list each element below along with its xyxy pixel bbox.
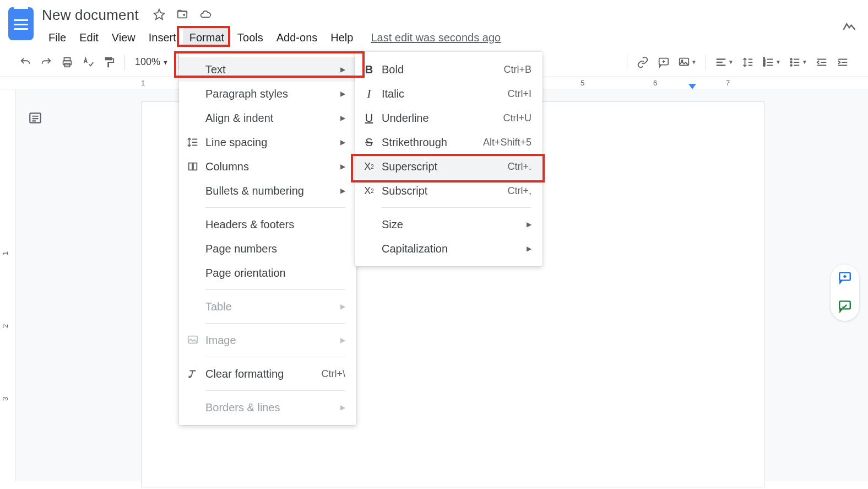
add-comment-button[interactable] bbox=[654, 52, 674, 72]
document-title[interactable]: New document bbox=[42, 7, 139, 24]
svg-text:3: 3 bbox=[763, 63, 766, 67]
text-underline-item[interactable]: U Underline Ctrl+U bbox=[355, 106, 542, 130]
format-bullets-label: Bullets & numbering bbox=[205, 185, 304, 197]
format-headers-footers-item[interactable]: Headers & footers bbox=[179, 212, 356, 237]
menu-edit[interactable]: Edit bbox=[73, 28, 105, 47]
menu-help[interactable]: Help bbox=[324, 28, 360, 47]
text-strikethrough-item[interactable]: S Strikethrough Alt+Shift+5 bbox=[355, 130, 542, 154]
menu-tools[interactable]: Tools bbox=[231, 28, 270, 47]
strikethrough-icon: S bbox=[363, 136, 375, 148]
ruler-num-1: 1 bbox=[141, 79, 145, 87]
format-line-spacing-item[interactable]: Line spacing▶ bbox=[179, 130, 356, 154]
last-edit-link[interactable]: Last edit was seconds ago bbox=[371, 31, 501, 44]
columns-icon bbox=[187, 160, 199, 173]
align-button[interactable]: ▼ bbox=[712, 52, 737, 72]
format-page-numbers-label: Page numbers bbox=[205, 243, 277, 255]
menu-view[interactable]: View bbox=[105, 28, 142, 47]
insert-link-button[interactable] bbox=[633, 52, 653, 72]
docs-logo[interactable] bbox=[7, 4, 35, 43]
text-cap-label: Capitalization bbox=[382, 243, 448, 255]
format-paragraph-label: Paragraph styles bbox=[205, 88, 288, 100]
format-bullets-item[interactable]: Bullets & numbering▶ bbox=[179, 179, 356, 203]
text-italic-shortcut: Ctrl+I bbox=[507, 88, 531, 100]
text-size-item[interactable]: Size▶ bbox=[355, 212, 542, 237]
outline-toggle-button[interactable] bbox=[24, 107, 46, 129]
format-table-label: Table bbox=[205, 300, 232, 313]
menu-insert[interactable]: Insert bbox=[142, 28, 183, 47]
star-icon[interactable] bbox=[153, 8, 165, 23]
text-underline-label: Underline bbox=[382, 112, 429, 125]
paint-format-button[interactable] bbox=[99, 52, 119, 72]
text-superscript-item[interactable]: X2 Superscript Ctrl+. bbox=[355, 154, 542, 179]
format-image-item: Image▶ bbox=[179, 328, 356, 352]
text-bold-shortcut: Ctrl+B bbox=[503, 64, 531, 76]
suggest-edits-side-button[interactable] bbox=[838, 299, 852, 315]
italic-icon: I bbox=[363, 88, 375, 100]
bulleted-list-button[interactable]: ▼ bbox=[785, 52, 811, 72]
text-super-shortcut: Ctrl+. bbox=[507, 161, 531, 173]
image-icon bbox=[187, 334, 199, 346]
explore-icon[interactable] bbox=[842, 19, 857, 36]
ruler-num-6: 6 bbox=[653, 79, 657, 87]
text-size-label: Size bbox=[382, 218, 403, 231]
vruler-num-2: 2 bbox=[1, 324, 9, 328]
zoom-selector[interactable]: 100% ▼ bbox=[131, 56, 173, 68]
text-strike-shortcut: Alt+Shift+5 bbox=[483, 137, 531, 148]
vruler-num-3: 3 bbox=[1, 397, 9, 401]
cloud-status-icon[interactable] bbox=[199, 8, 211, 23]
move-icon[interactable] bbox=[176, 8, 188, 23]
svg-point-12 bbox=[790, 65, 792, 66]
header: New document File Edit View Insert Forma… bbox=[0, 0, 868, 47]
text-sub-label: Subscript bbox=[382, 185, 427, 197]
line-spacing-button[interactable] bbox=[738, 52, 758, 72]
format-text-item[interactable]: Text▶ bbox=[179, 57, 356, 82]
format-align-indent-item[interactable]: Align & indent▶ bbox=[179, 106, 356, 130]
format-clear-label: Clear formatting bbox=[205, 368, 284, 380]
underline-icon: U bbox=[363, 112, 375, 124]
format-image-label: Image bbox=[205, 334, 236, 347]
vruler-num-1: 1 bbox=[1, 251, 9, 255]
format-align-label: Align & indent bbox=[205, 112, 273, 125]
right-indent-marker[interactable] bbox=[688, 84, 696, 89]
menu-format[interactable]: Format bbox=[183, 28, 231, 47]
format-page-orientation-label: Page orientation bbox=[205, 267, 286, 280]
svg-rect-15 bbox=[839, 301, 850, 309]
format-paragraph-styles-item[interactable]: Paragraph styles▶ bbox=[179, 82, 356, 106]
redo-button[interactable] bbox=[36, 52, 56, 72]
format-columns-label: Columns bbox=[205, 160, 249, 173]
text-underline-shortcut: Ctrl+U bbox=[503, 112, 531, 124]
text-super-label: Superscript bbox=[382, 160, 437, 173]
format-columns-item[interactable]: Columns▶ bbox=[179, 154, 356, 179]
svg-rect-0 bbox=[178, 11, 187, 18]
format-text-label: Text bbox=[205, 63, 226, 76]
checklist-button[interactable]: 123▼ bbox=[759, 52, 784, 72]
menu-bar: File Edit View Insert Format Tools Add-o… bbox=[42, 28, 861, 47]
format-page-orientation-item[interactable]: Page orientation bbox=[179, 261, 356, 285]
format-page-numbers-item[interactable]: Page numbers bbox=[179, 237, 356, 261]
docs-logo-icon bbox=[8, 7, 34, 40]
text-bold-label: Bold bbox=[382, 63, 404, 76]
increase-indent-button[interactable] bbox=[833, 52, 853, 72]
text-submenu-dropdown: B Bold Ctrl+B I Italic Ctrl+I U Underlin… bbox=[355, 52, 542, 266]
menu-addons[interactable]: Add-ons bbox=[270, 28, 324, 47]
add-comment-side-button[interactable] bbox=[838, 270, 852, 287]
title-block: New document File Edit View Insert Forma… bbox=[42, 4, 861, 47]
text-italic-item[interactable]: I Italic Ctrl+I bbox=[355, 82, 542, 106]
format-table-item: Table▶ bbox=[179, 294, 356, 319]
spellcheck-button[interactable] bbox=[78, 52, 98, 72]
decrease-indent-button[interactable] bbox=[812, 52, 832, 72]
print-button[interactable] bbox=[57, 52, 77, 72]
insert-image-button[interactable]: ▼ bbox=[675, 52, 700, 72]
menu-file[interactable]: File bbox=[42, 28, 73, 47]
ruler-num-7: 7 bbox=[726, 79, 730, 87]
line-spacing-icon bbox=[187, 136, 199, 148]
text-sub-shortcut: Ctrl+, bbox=[507, 185, 531, 197]
text-capitalization-item[interactable]: Capitalization▶ bbox=[355, 237, 542, 261]
text-bold-item[interactable]: B Bold Ctrl+B bbox=[355, 57, 542, 82]
format-clear-formatting-item[interactable]: Clear formatting Ctrl+\ bbox=[179, 362, 356, 386]
text-subscript-item[interactable]: X2 Subscript Ctrl+, bbox=[355, 179, 542, 203]
svg-point-11 bbox=[790, 61, 792, 63]
undo-button[interactable] bbox=[15, 52, 35, 72]
vertical-ruler[interactable]: 1 2 3 bbox=[0, 89, 15, 481]
ruler-num-5: 5 bbox=[581, 79, 584, 87]
